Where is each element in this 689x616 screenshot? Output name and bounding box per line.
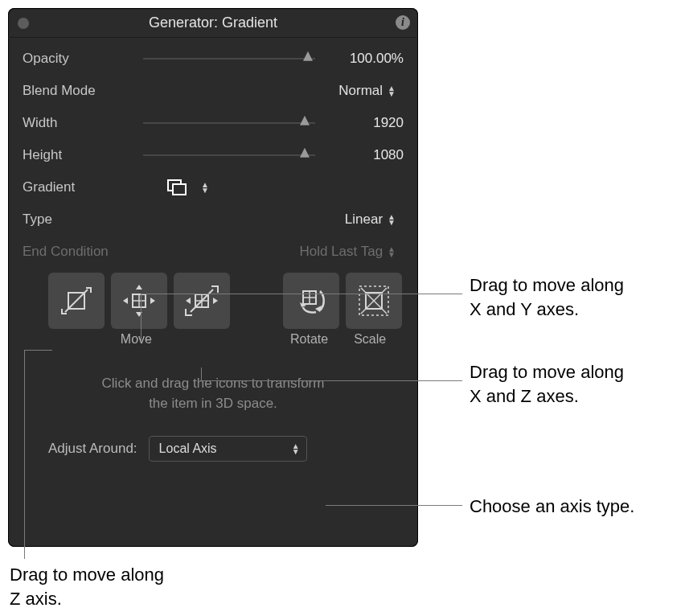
type-value: Linear xyxy=(345,211,383,228)
opacity-label: Opacity xyxy=(23,51,143,67)
callout-move-z: Drag to move alongZ axis. xyxy=(10,563,164,610)
titlebar: Generator: Gradient i xyxy=(8,8,418,38)
slider-thumb-icon[interactable] xyxy=(298,114,311,127)
leader-line xyxy=(201,368,202,380)
scale-button[interactable] xyxy=(346,273,402,329)
width-value[interactable]: 1920 xyxy=(315,115,404,131)
adjust-around-select[interactable]: Local Axis ▲▼ xyxy=(149,436,307,462)
opacity-value[interactable]: 100.00% xyxy=(315,51,404,67)
leader-line xyxy=(326,505,462,506)
chevron-updown-icon: ▲▼ xyxy=(388,214,396,225)
type-label: Type xyxy=(23,211,143,228)
leader-line xyxy=(24,350,52,351)
height-row: Height 1080 xyxy=(8,139,418,171)
slider-thumb-icon[interactable] xyxy=(301,50,314,63)
height-label: Height xyxy=(23,147,143,163)
type-row: Type Linear ▲▼ xyxy=(8,203,418,236)
rotate-button[interactable] xyxy=(283,273,339,329)
callout-axis-type: Choose an axis type. xyxy=(470,495,634,519)
opacity-row: Opacity 100.00% xyxy=(8,43,418,75)
width-slider[interactable] xyxy=(143,115,315,131)
leader-line xyxy=(141,294,462,294)
leader-line xyxy=(24,350,25,559)
blendmode-select[interactable]: Normal ▲▼ xyxy=(338,83,396,99)
height-value[interactable]: 1080 xyxy=(315,147,404,163)
slider-thumb-icon[interactable] xyxy=(298,146,311,159)
opacity-slider[interactable] xyxy=(143,51,315,67)
chevron-updown-icon: ▲▼ xyxy=(292,443,300,454)
adjust-around-row: Adjust Around: Local Axis ▲▼ xyxy=(8,436,418,462)
leader-line xyxy=(201,380,462,381)
transform-tools xyxy=(8,268,418,329)
endcondition-select: Hold Last Tag ▲▼ xyxy=(299,244,396,260)
blendmode-label: Blend Mode xyxy=(23,83,143,99)
endcondition-row: End Condition Hold Last Tag ▲▼ xyxy=(8,236,418,268)
width-label: Width xyxy=(23,115,143,131)
panel-title: Generator: Gradient xyxy=(149,14,277,31)
adjust-around-label: Adjust Around: xyxy=(48,441,137,457)
close-window-dot[interactable] xyxy=(18,18,29,29)
info-icon[interactable]: i xyxy=(396,15,410,30)
endcondition-value: Hold Last Tag xyxy=(299,244,383,260)
transform-hint: Click and drag the icons to transform th… xyxy=(8,347,418,436)
callout-move-xy: Drag to move alongX and Y axes. xyxy=(470,273,624,321)
blendmode-value: Normal xyxy=(338,83,383,99)
chevron-updown-icon[interactable]: ▲▼ xyxy=(201,182,209,193)
scale-caption: Scale xyxy=(342,332,397,347)
move-xy-button[interactable] xyxy=(111,273,167,329)
width-row: Width 1920 xyxy=(8,107,418,139)
move-caption: Move xyxy=(109,332,164,347)
move-z-button[interactable] xyxy=(48,273,105,329)
gradient-preset-icon[interactable] xyxy=(167,179,187,195)
inspector-panel: Generator: Gradient i Opacity 100.00% Bl… xyxy=(8,8,418,547)
adjust-around-value: Local Axis xyxy=(159,441,217,456)
chevron-updown-icon: ▲▼ xyxy=(388,85,396,97)
leader-line xyxy=(141,294,141,342)
blendmode-row: Blend Mode Normal ▲▼ xyxy=(8,75,418,107)
move-xz-button[interactable] xyxy=(174,273,230,329)
type-select[interactable]: Linear ▲▼ xyxy=(345,211,396,228)
gradient-row: Gradient ▲▼ xyxy=(8,171,418,203)
rotate-caption: Rotate xyxy=(282,332,337,347)
callout-move-xz: Drag to move alongX and Z axes. xyxy=(470,360,624,408)
chevron-updown-icon: ▲▼ xyxy=(388,246,396,257)
endcondition-label: End Condition xyxy=(23,244,143,260)
height-slider[interactable] xyxy=(143,147,315,163)
tool-captions: . Move . . Rotate Scale xyxy=(8,329,418,347)
gradient-label: Gradient xyxy=(23,179,143,195)
